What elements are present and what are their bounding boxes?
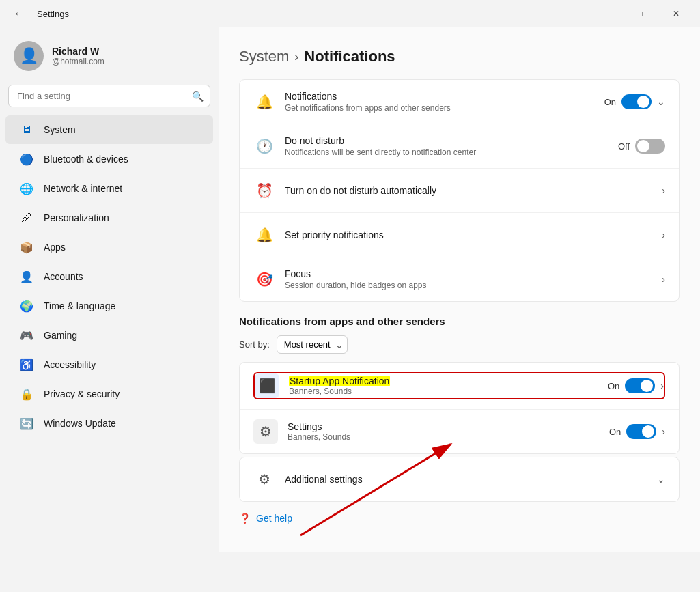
get-help-icon: ❓ (239, 513, 251, 524)
nav-label-update: Windows Update (44, 418, 116, 429)
row-subtitle-notifications: Get notifications from apps and other se… (285, 103, 604, 113)
app-row-text-startup-app: Startup App Notification Banners, Sounds (289, 376, 608, 396)
app-chevron-settings-app: › (662, 426, 665, 437)
app-row-inner-settings-app: ⚙ Settings Banners, Sounds On › (253, 419, 665, 444)
nav-icon-accessibility: ♿ (19, 357, 34, 372)
sort-row: Sort by: Most recentNameOn (239, 335, 680, 354)
app-icon-settings-app: ⚙ (253, 419, 278, 444)
nav-label-bluetooth: Bluetooth & devices (44, 154, 128, 165)
chevron-priority-notifications: › (662, 229, 665, 240)
sort-select[interactable]: Most recentNameOn (277, 335, 348, 354)
row-text-do-not-disturb: Do not disturb Notifications will be sen… (285, 135, 618, 157)
nav-list: 🖥 System 🔵 Bluetooth & devices 🌐 Network… (0, 115, 219, 438)
row-right-focus: › (662, 274, 665, 285)
get-help-link[interactable]: ❓ Get help (239, 505, 680, 532)
nav-icon-accounts: 👤 (19, 269, 34, 284)
search-icon: 🔍 (192, 91, 204, 102)
toggle-label-notifications: On (604, 97, 616, 107)
nav-label-accounts: Accounts (44, 271, 83, 282)
additional-settings-text: Additional settings (285, 474, 657, 485)
main-content: System › Notifications 🔔 Notifications G… (219, 27, 700, 552)
app-row-title-text-settings-app: Settings (288, 421, 322, 432)
nav-icon-bluetooth: 🔵 (19, 152, 34, 167)
row-text-turn-on-dnd: Turn on do not disturb automatically (285, 185, 662, 196)
toggle-do-not-disturb[interactable] (635, 139, 665, 154)
sidebar: 👤 Richard W @hotmail.com 🔍 🖥 System 🔵 Bl… (0, 27, 219, 592)
minimize-button[interactable]: — (598, 3, 629, 25)
nav-label-accessibility: Accessibility (44, 359, 96, 370)
app-toggle-thumb-settings-app (642, 425, 654, 438)
app-row-right-startup-app: On › (608, 378, 664, 393)
row-title-focus: Focus (285, 268, 662, 279)
sidebar-item-gaming[interactable]: 🎮 Gaming (5, 321, 213, 350)
nav-label-system: System (44, 124, 76, 135)
row-subtitle-focus: Session duration, hide badges on apps (285, 281, 662, 290)
toggle-label-do-not-disturb: Off (618, 141, 630, 152)
settings-row-focus[interactable]: 🎯 Focus Session duration, hide badges on… (240, 257, 679, 301)
sidebar-item-bluetooth[interactable]: 🔵 Bluetooth & devices (5, 145, 213, 173)
row-icon-turn-on-dnd: ⏰ (253, 180, 275, 201)
apps-section-title: Notifications from apps and other sender… (239, 315, 680, 327)
row-icon-focus: 🎯 (253, 268, 275, 290)
row-title-priority-notifications: Set priority notifications (285, 229, 662, 240)
nav-label-time: Time & language (44, 300, 115, 311)
app-row-settings-app[interactable]: ⚙ Settings Banners, Sounds On › (240, 410, 679, 453)
app-toggle-label-settings-app: On (609, 427, 621, 437)
app-row-inner-startup-app: ⬛ Startup App Notification Banners, Soun… (253, 372, 665, 399)
user-profile: 👤 Richard W @hotmail.com (0, 36, 219, 85)
app-chevron-startup-app: › (660, 380, 664, 391)
additional-settings-icon: ⚙ (253, 468, 275, 490)
additional-settings-row[interactable]: ⚙ Additional settings ⌄ (240, 457, 679, 501)
row-text-notifications: Notifications Get notifications from app… (285, 91, 604, 113)
user-info: Richard W @hotmail.com (52, 46, 104, 66)
sidebar-item-network[interactable]: 🌐 Network & internet (5, 174, 213, 203)
sidebar-item-accessibility[interactable]: ♿ Accessibility (5, 350, 213, 379)
row-right-notifications: On ⌄ (604, 94, 665, 109)
sidebar-item-system[interactable]: 🖥 System (5, 115, 213, 144)
nav-icon-update: 🔄 (19, 416, 34, 431)
sidebar-item-update[interactable]: 🔄 Windows Update (5, 409, 213, 438)
app-rows-card: ⬛ Startup App Notification Banners, Soun… (239, 362, 680, 454)
settings-row-priority-notifications[interactable]: 🔔 Set priority notifications › (240, 213, 679, 257)
nav-label-personalization: Personalization (44, 212, 109, 223)
nav-icon-apps: 📦 (19, 240, 34, 255)
nav-icon-system: 🖥 (19, 122, 34, 137)
titlebar-controls: — □ ✕ (598, 3, 692, 25)
sidebar-item-privacy[interactable]: 🔒 Privacy & security (5, 380, 213, 408)
sidebar-item-apps[interactable]: 📦 Apps (5, 233, 213, 262)
settings-row-notifications[interactable]: 🔔 Notifications Get notifications from a… (240, 80, 679, 124)
app-toggle-startup-app[interactable] (625, 378, 655, 393)
back-button[interactable]: ← (8, 5, 30, 23)
row-text-priority-notifications: Set priority notifications (285, 229, 662, 240)
app-toggle-settings-app[interactable] (626, 424, 656, 439)
sidebar-item-accounts[interactable]: 👤 Accounts (5, 262, 213, 291)
app-row-right-settings-app: On › (609, 424, 665, 439)
sidebar-item-personalization[interactable]: 🖊 Personalization (5, 203, 213, 232)
row-right-do-not-disturb: Off (618, 139, 665, 154)
search-input[interactable] (8, 85, 210, 107)
app-toggle-label-startup-app: On (608, 381, 619, 391)
settings-row-turn-on-dnd[interactable]: ⏰ Turn on do not disturb automatically › (240, 169, 679, 213)
toggle-thumb-do-not-disturb (637, 140, 649, 152)
titlebar: ← Settings — □ ✕ (0, 0, 700, 27)
sort-label: Sort by: (239, 339, 270, 350)
row-right-priority-notifications: › (662, 229, 665, 240)
sidebar-item-time[interactable]: 🌍 Time & language (5, 292, 213, 320)
app-row-text-settings-app: Settings Banners, Sounds (288, 421, 609, 442)
nav-icon-network: 🌐 (19, 181, 34, 196)
toggle-notifications[interactable] (621, 94, 652, 109)
titlebar-title: Settings (37, 9, 69, 19)
additional-settings-chevron: ⌄ (657, 474, 665, 485)
maximize-button[interactable]: □ (629, 3, 660, 25)
highlighted-title: Startup App Notification (289, 376, 390, 386)
nav-label-network: Network & internet (44, 183, 122, 194)
settings-row-do-not-disturb[interactable]: 🕐 Do not disturb Notifications will be s… (240, 124, 679, 169)
toggle-thumb-notifications (637, 96, 649, 108)
chevron-notifications: ⌄ (657, 96, 665, 107)
close-button[interactable]: ✕ (660, 3, 692, 25)
breadcrumb-sep: › (294, 50, 298, 64)
chevron-focus: › (662, 274, 665, 285)
notifications-card: 🔔 Notifications Get notifications from a… (239, 79, 680, 302)
row-icon-notifications: 🔔 (253, 91, 275, 113)
app-row-startup-app[interactable]: ⬛ Startup App Notification Banners, Soun… (240, 363, 679, 410)
